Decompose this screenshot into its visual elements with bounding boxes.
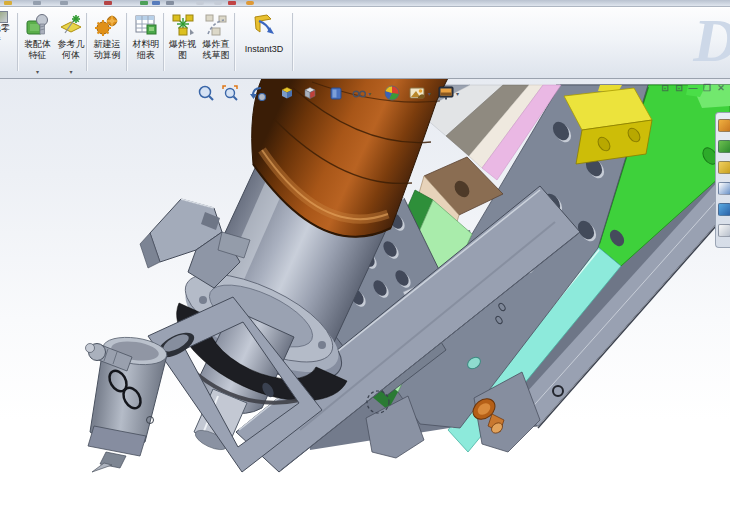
clipped-icon xyxy=(246,1,254,5)
clipped-icon xyxy=(166,1,174,5)
new-motion-study-icon xyxy=(94,12,120,38)
toolbar-separator xyxy=(292,13,294,71)
graphics-viewport[interactable]: ▾ ▾ ▾ ⊡⊡—❐✕ xyxy=(0,78,730,516)
new-motion-study-button[interactable]: 新建运动算例 xyxy=(89,9,125,75)
button-label: 装配体特征 xyxy=(19,39,56,60)
bill-of-materials-icon xyxy=(133,12,159,38)
clipped-icon xyxy=(4,1,12,5)
assembly-features-icon xyxy=(25,12,51,38)
restore-button[interactable]: ❐ xyxy=(700,83,714,93)
hud-caret[interactable]: ▾ xyxy=(368,90,371,97)
hidden-components-icon xyxy=(0,11,8,23)
clipped-icon xyxy=(33,1,41,5)
toolbar-separator xyxy=(234,13,236,71)
command-manager-toolbar: D 隐零件 装配体特征 ▾ 参考几何体 ▾ xyxy=(0,7,730,79)
heads-up-view-toolbar: ▾ ▾ ▾ xyxy=(0,84,730,104)
apply-scene-icon[interactable] xyxy=(408,84,426,102)
custom-properties-tab[interactable] xyxy=(718,224,730,237)
document-window-controls: ⊡⊡—❐✕ xyxy=(658,83,728,93)
pane-button[interactable]: ⊡ xyxy=(658,83,672,93)
button-label: Instant3D xyxy=(237,44,291,55)
clipped-icon xyxy=(214,1,222,5)
button-label: 爆炸视图 xyxy=(166,39,199,60)
hidden-components-button-clipped[interactable]: 隐零件 xyxy=(0,9,16,75)
zoom-to-fit-icon[interactable] xyxy=(197,84,215,102)
toolbar-separator xyxy=(86,13,88,71)
exploded-view-button[interactable]: 爆炸视图 xyxy=(166,9,199,75)
section-view-icon[interactable] xyxy=(278,84,296,102)
close-button[interactable]: ✕ xyxy=(714,83,728,93)
clipped-icon xyxy=(104,1,112,5)
zoom-to-area-icon[interactable] xyxy=(221,84,239,102)
button-label: 参考几何体 xyxy=(56,39,86,60)
instant3d-button[interactable]: Instant3D xyxy=(237,9,291,75)
task-pane-tab-strip xyxy=(715,112,730,248)
clipped-icon xyxy=(196,1,204,5)
view-settings-icon[interactable] xyxy=(437,84,455,102)
solidworks-logo-watermark: D xyxy=(693,9,730,71)
dropdown-caret[interactable]: ▾ xyxy=(19,69,56,75)
clipped-icon xyxy=(60,1,68,5)
reference-geometry-button[interactable]: 参考几何体 ▾ xyxy=(56,9,86,75)
solidworks-resources-tab[interactable] xyxy=(718,119,730,132)
hidden-components-label: 隐零件 xyxy=(0,23,10,45)
instant3d-icon xyxy=(251,12,277,38)
hud-caret[interactable]: ▾ xyxy=(428,90,431,97)
design-library-tab[interactable] xyxy=(718,140,730,153)
button-label: 新建运动算例 xyxy=(89,39,125,60)
explode-line-sketch-icon xyxy=(203,12,229,38)
display-style-icon[interactable] xyxy=(327,84,345,102)
solidworks-window: { "window": { "watermark": "D", "control… xyxy=(0,0,730,516)
clipped-toolbar-strip xyxy=(0,0,730,7)
edit-appearance-icon[interactable] xyxy=(383,84,401,102)
pane-button[interactable]: ⊡ xyxy=(672,83,686,93)
minimize-button[interactable]: — xyxy=(686,83,700,93)
hud-caret[interactable]: ▾ xyxy=(456,90,459,97)
assembly-features-button[interactable]: 装配体特征 ▾ xyxy=(19,9,56,75)
hide-show-items-icon[interactable] xyxy=(352,84,366,102)
file-explorer-tab[interactable] xyxy=(718,161,730,174)
reference-geometry-icon xyxy=(58,12,84,38)
appearances-scenes-tab[interactable] xyxy=(718,203,730,216)
exploded-view-icon xyxy=(170,12,196,38)
dispense-needle[interactable] xyxy=(92,452,126,472)
assembly-3d-model[interactable] xyxy=(0,78,730,516)
dropdown-caret[interactable]: ▾ xyxy=(56,69,86,75)
button-label: 爆炸直线草图 xyxy=(199,39,233,60)
clipped-icon xyxy=(228,1,236,5)
view-orientation-icon[interactable] xyxy=(301,84,319,102)
clipped-icon xyxy=(152,1,160,5)
view-palette-tab[interactable] xyxy=(718,182,730,195)
clipped-icon xyxy=(140,1,148,5)
explode-line-sketch-button[interactable]: 爆炸直线草图 xyxy=(199,9,233,75)
toolbar-separator xyxy=(163,13,165,71)
toolbar-separator xyxy=(126,13,128,71)
bill-of-materials-button[interactable]: 材料明细表 xyxy=(129,9,163,75)
button-label: 材料明细表 xyxy=(129,39,163,60)
previous-view-icon[interactable] xyxy=(249,84,267,102)
